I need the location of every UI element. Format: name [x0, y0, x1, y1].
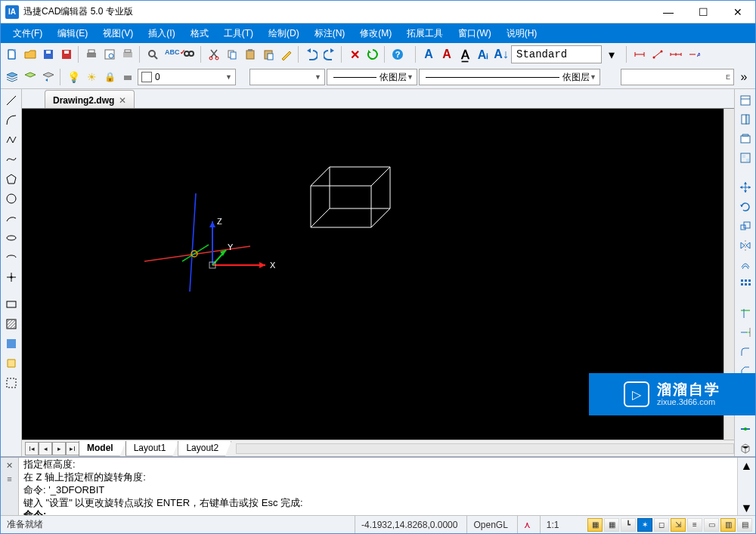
save-icon[interactable] [40, 46, 57, 63]
otrack-toggle-icon[interactable]: ⇲ [671, 518, 686, 532]
layer-select[interactable]: 0 ▼ [138, 69, 236, 85]
menu-window[interactable]: 窗口(W) [451, 24, 498, 43]
paste-special-icon[interactable] [260, 46, 277, 63]
tab-next-icon[interactable]: ▸ [52, 442, 66, 455]
status-scale[interactable]: 1:1 [540, 516, 565, 533]
plot-style-select[interactable]: E [621, 69, 734, 85]
new-icon[interactable] [4, 46, 20, 63]
text-style-a1-icon[interactable]: A [420, 46, 437, 63]
tab-prev-icon[interactable]: ◂ [39, 442, 52, 455]
tab-last-icon[interactable]: ▸I [66, 442, 79, 455]
box3d-icon[interactable] [737, 440, 754, 456]
circle-icon[interactable] [3, 190, 20, 207]
polygon-icon[interactable] [3, 171, 20, 187]
menu-format[interactable]: 格式 [183, 24, 216, 43]
rectangle-icon[interactable] [3, 296, 20, 313]
polar-toggle-icon[interactable]: ✶ [637, 518, 652, 532]
redo-icon[interactable] [321, 46, 338, 63]
menu-view[interactable]: 视图(V) [95, 24, 141, 43]
spline-icon[interactable] [3, 151, 20, 168]
dyn-toggle-icon[interactable]: ▭ [704, 518, 719, 532]
menu-tools[interactable]: 工具(T) [216, 24, 261, 43]
snap-toggle-icon[interactable]: ▦ [587, 518, 603, 532]
text-style-a5-icon[interactable]: A↓ [493, 46, 510, 63]
text-style-a4-icon[interactable]: Aᵢ [475, 46, 491, 63]
document-tab[interactable]: Drawing2.dwg ✕ [45, 90, 135, 108]
match-prop-icon[interactable] [278, 46, 295, 63]
menu-ext[interactable]: 拓展工具 [399, 24, 451, 43]
arc-icon[interactable] [3, 112, 20, 128]
rotate-icon[interactable] [737, 199, 754, 215]
search-icon[interactable] [144, 46, 161, 63]
layer-manager-icon[interactable] [4, 69, 20, 85]
3d-box-object[interactable] [296, 156, 417, 239]
linetype-select[interactable]: 依图层 ▼ [327, 69, 417, 85]
menu-draw[interactable]: 绘制(D) [261, 24, 307, 43]
grid-toggle-icon[interactable]: ▦ [604, 518, 619, 532]
menu-modify[interactable]: 修改(M) [352, 24, 399, 43]
command-scroll[interactable]: ▲▼ [737, 458, 755, 515]
delete-icon[interactable]: ✕ [346, 46, 363, 63]
lineweight-select[interactable]: 依图层 ▼ [419, 69, 600, 85]
gradient-icon[interactable] [3, 335, 20, 352]
help-icon[interactable]: ? [389, 46, 406, 63]
region-icon[interactable] [3, 355, 20, 372]
text-style-select[interactable] [511, 45, 602, 63]
ortho-toggle-icon[interactable]: ┗ [621, 518, 636, 532]
close-button[interactable]: ✕ [720, 1, 755, 23]
undo-icon[interactable] [303, 46, 320, 63]
dim-style-icon[interactable]: A [686, 46, 702, 63]
model-toggle-icon[interactable]: ▥ [720, 518, 736, 532]
polyline-icon[interactable] [3, 131, 20, 148]
layer-states-icon[interactable] [22, 69, 39, 85]
osnap-toggle-icon[interactable]: ◻ [654, 518, 669, 532]
color-select[interactable]: ▼ [249, 69, 325, 85]
mirror-icon[interactable] [737, 237, 754, 253]
boundary-icon[interactable] [3, 375, 20, 391]
text-style-a2-icon[interactable]: A [438, 46, 455, 63]
tab-layout1[interactable]: Layout1 [125, 441, 179, 456]
status-ucs-icon[interactable]: ⋏ [517, 516, 537, 533]
tab-model[interactable]: Model [79, 441, 126, 456]
menu-edit[interactable]: 编辑(E) [50, 24, 95, 43]
ellipse-icon[interactable] [3, 230, 20, 246]
dim-continue-icon[interactable] [668, 46, 684, 63]
text-style-dropdown-icon[interactable]: ▾ [603, 46, 620, 63]
arc3p-icon[interactable] [3, 210, 20, 227]
qp-toggle-icon[interactable]: ▤ [737, 518, 752, 532]
move-icon[interactable] [737, 180, 754, 196]
fillet-icon[interactable] [737, 344, 754, 360]
array-icon[interactable] [737, 276, 754, 292]
line-icon[interactable] [3, 92, 20, 109]
dim-linear-icon[interactable] [631, 46, 648, 63]
tab-layout2[interactable]: Layout2 [178, 441, 231, 456]
trim-icon[interactable] [737, 305, 754, 321]
plot-icon[interactable] [119, 46, 136, 63]
print-preview-icon[interactable] [101, 46, 118, 63]
layer-on-icon[interactable]: 💡 [65, 69, 82, 85]
xref-icon[interactable] [737, 131, 754, 147]
menu-insert[interactable]: 插入(I) [141, 24, 182, 43]
find-icon[interactable] [181, 46, 197, 63]
command-log[interactable]: 指定框高度: 在 Z 轴上指定框的旋转角度: 命令: '_3DFORBIT 键入… [19, 458, 737, 515]
layer-plot-icon[interactable] [119, 69, 136, 85]
properties-icon[interactable] [737, 92, 754, 108]
lwt-toggle-icon[interactable]: ≡ [687, 518, 702, 532]
layer-lock-icon[interactable]: 🔒 [101, 69, 118, 85]
print-icon[interactable] [83, 46, 100, 63]
layer-previous-icon[interactable] [40, 69, 57, 85]
scale-icon[interactable] [737, 218, 754, 234]
palette-icon[interactable] [737, 111, 754, 127]
cut-icon[interactable] [206, 46, 222, 63]
layer-freeze-icon[interactable]: ☀ [83, 69, 100, 85]
point-icon[interactable] [3, 269, 20, 286]
cmd-history-icon[interactable]: ≡ [4, 473, 16, 485]
offset-icon[interactable] [737, 257, 754, 273]
maximize-button[interactable]: ☐ [686, 1, 720, 23]
horizontal-scrollbar[interactable] [236, 443, 734, 454]
cmd-close-icon[interactable]: ✕ [4, 459, 16, 471]
document-tab-close-icon[interactable]: ✕ [119, 95, 126, 106]
open-icon[interactable] [22, 46, 39, 63]
copy-icon[interactable] [224, 46, 240, 63]
menu-help[interactable]: 说明(H) [499, 24, 545, 43]
